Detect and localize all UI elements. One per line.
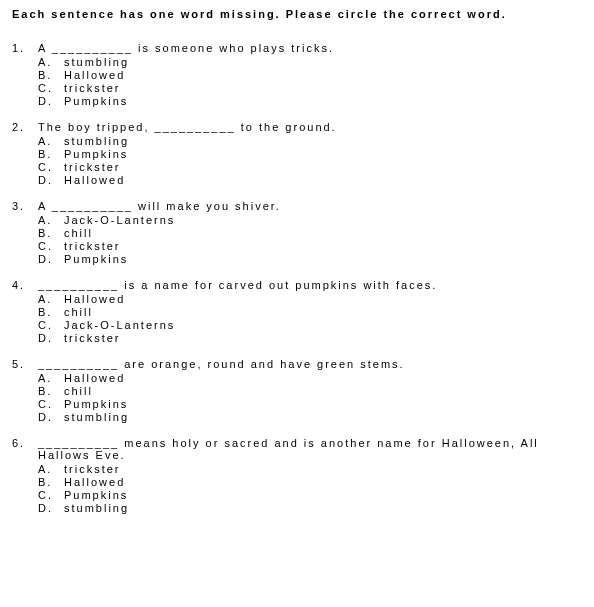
option-text: Hallowed xyxy=(64,69,582,81)
question-number: 5. xyxy=(12,358,38,370)
question-stem: A __________ is someone who plays tricks… xyxy=(38,42,582,54)
question-stem: __________ means holy or sacred and is a… xyxy=(38,437,582,461)
option-letter: A. xyxy=(38,372,64,384)
question-stem: __________ are orange, round and have gr… xyxy=(38,358,582,370)
option-letter: C. xyxy=(38,319,64,331)
option-letter: A. xyxy=(38,293,64,305)
option-row[interactable]: B.Hallowed xyxy=(12,69,582,81)
option-letter: D. xyxy=(38,95,64,107)
option-text: Pumpkins xyxy=(64,489,582,501)
option-text: Pumpkins xyxy=(64,95,582,107)
option-row[interactable]: B.chill xyxy=(12,385,582,397)
option-text: Jack-O-Lanterns xyxy=(64,319,582,331)
option-text: stumbling xyxy=(64,135,582,147)
option-row[interactable]: B.chill xyxy=(12,306,582,318)
option-letter: C. xyxy=(38,398,64,410)
option-row[interactable]: C.Pumpkins xyxy=(12,398,582,410)
option-row[interactable]: C.trickster xyxy=(12,240,582,252)
question-number: 6. xyxy=(12,437,38,449)
option-text: Pumpkins xyxy=(64,398,582,410)
option-row[interactable]: B.chill xyxy=(12,227,582,239)
question: 5. __________ are orange, round and have… xyxy=(12,358,582,423)
option-letter: C. xyxy=(38,489,64,501)
option-text: Hallowed xyxy=(64,174,582,186)
option-row[interactable]: C.Jack-O-Lanterns xyxy=(12,319,582,331)
option-letter: B. xyxy=(38,385,64,397)
option-text: Hallowed xyxy=(64,372,582,384)
option-text: Hallowed xyxy=(64,293,582,305)
option-row[interactable]: B.Hallowed xyxy=(12,476,582,488)
option-row[interactable]: A.trickster xyxy=(12,463,582,475)
option-text: stumbling xyxy=(64,56,582,68)
option-text: stumbling xyxy=(64,411,582,423)
question: 2.The boy tripped, __________ to the gro… xyxy=(12,121,582,186)
option-letter: D. xyxy=(38,174,64,186)
option-letter: B. xyxy=(38,306,64,318)
option-letter: D. xyxy=(38,502,64,514)
question-stem: The boy tripped, __________ to the groun… xyxy=(38,121,582,133)
option-row[interactable]: A.stumbling xyxy=(12,135,582,147)
option-letter: D. xyxy=(38,332,64,344)
option-row[interactable]: D.Hallowed xyxy=(12,174,582,186)
question-stem-row: 4. __________ is a name for carved out p… xyxy=(12,279,582,291)
option-letter: B. xyxy=(38,69,64,81)
option-text: Jack-O-Lanterns xyxy=(64,214,582,226)
option-row[interactable]: C.Pumpkins xyxy=(12,489,582,501)
option-text: chill xyxy=(64,385,582,397)
question-stem-row: 3.A __________ will make you shiver. xyxy=(12,200,582,212)
option-text: chill xyxy=(64,306,582,318)
option-text: trickster xyxy=(64,82,582,94)
option-text: trickster xyxy=(64,240,582,252)
option-letter: B. xyxy=(38,148,64,160)
option-letter: C. xyxy=(38,240,64,252)
option-letter: D. xyxy=(38,411,64,423)
question-number: 1. xyxy=(12,42,38,54)
option-row[interactable]: D.stumbling xyxy=(12,502,582,514)
option-row[interactable]: D.trickster xyxy=(12,332,582,344)
option-letter: A. xyxy=(38,463,64,475)
question-stem-row: 1.A __________ is someone who plays tric… xyxy=(12,42,582,54)
question-stem-row: 2.The boy tripped, __________ to the gro… xyxy=(12,121,582,133)
option-row[interactable]: A.Hallowed xyxy=(12,293,582,305)
question-stem-row: 5. __________ are orange, round and have… xyxy=(12,358,582,370)
option-letter: A. xyxy=(38,214,64,226)
option-letter: A. xyxy=(38,135,64,147)
question: 1.A __________ is someone who plays tric… xyxy=(12,42,582,107)
question: 3.A __________ will make you shiver.A.Ja… xyxy=(12,200,582,265)
option-letter: B. xyxy=(38,476,64,488)
question-number: 3. xyxy=(12,200,38,212)
option-letter: C. xyxy=(38,82,64,94)
option-row[interactable]: D.stumbling xyxy=(12,411,582,423)
question-number: 2. xyxy=(12,121,38,133)
option-text: trickster xyxy=(64,161,582,173)
question-number: 4. xyxy=(12,279,38,291)
questions-container: 1.A __________ is someone who plays tric… xyxy=(12,42,582,514)
question-stem: A __________ will make you shiver. xyxy=(38,200,582,212)
option-row[interactable]: D.Pumpkins xyxy=(12,95,582,107)
question-stem: __________ is a name for carved out pump… xyxy=(38,279,582,291)
option-text: chill xyxy=(64,227,582,239)
option-letter: A. xyxy=(38,56,64,68)
instructions-text: Each sentence has one word missing. Plea… xyxy=(12,8,582,20)
option-row[interactable]: A. stumbling xyxy=(12,56,582,68)
question: 4. __________ is a name for carved out p… xyxy=(12,279,582,344)
option-row[interactable]: C.trickster xyxy=(12,82,582,94)
option-text: Pumpkins xyxy=(64,253,582,265)
question-stem-row: 6. __________ means holy or sacred and i… xyxy=(12,437,582,461)
option-row[interactable]: B.Pumpkins xyxy=(12,148,582,160)
option-row[interactable]: A.Jack-O-Lanterns xyxy=(12,214,582,226)
option-row[interactable]: D.Pumpkins xyxy=(12,253,582,265)
option-letter: D. xyxy=(38,253,64,265)
option-text: Pumpkins xyxy=(64,148,582,160)
option-text: Hallowed xyxy=(64,476,582,488)
option-text: trickster xyxy=(64,463,582,475)
question: 6. __________ means holy or sacred and i… xyxy=(12,437,582,514)
option-text: stumbling xyxy=(64,502,582,514)
option-letter: C. xyxy=(38,161,64,173)
option-text: trickster xyxy=(64,332,582,344)
option-row[interactable]: A.Hallowed xyxy=(12,372,582,384)
option-row[interactable]: C.trickster xyxy=(12,161,582,173)
option-letter: B. xyxy=(38,227,64,239)
